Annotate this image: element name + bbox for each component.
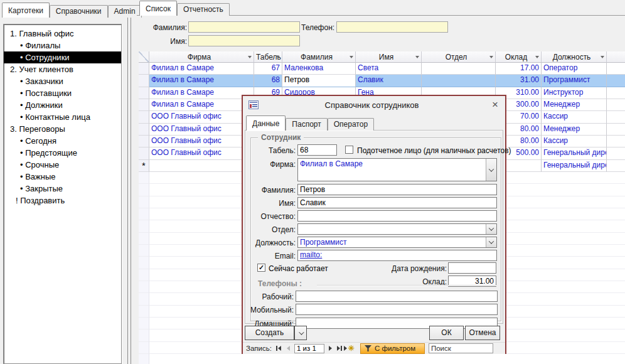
ok-button[interactable]: ОК — [429, 326, 464, 340]
column-header[interactable]: Табель — [254, 51, 282, 63]
table-cell[interactable]: Филиал в Самаре — [149, 75, 254, 87]
sidebar-item[interactable]: • Срочные — [4, 159, 121, 171]
position-combobox[interactable]: Программист — [297, 237, 497, 248]
table-cell[interactable]: ООО Главный офис — [149, 147, 254, 159]
sidebar-item[interactable]: 3. Переговоры — [4, 123, 121, 135]
row-selector[interactable] — [139, 124, 149, 136]
column-header[interactable]: Оклад — [496, 51, 542, 63]
filter-dropdown-icon[interactable] — [535, 56, 539, 58]
dlg-name-input[interactable] — [297, 197, 497, 208]
filter-toggle-button[interactable]: С фильтром — [360, 343, 425, 354]
column-header[interactable]: Фамилия — [282, 51, 356, 63]
table-cell[interactable]: Оператор — [542, 63, 607, 75]
table-cell[interactable]: Кассир — [542, 111, 607, 123]
table-cell[interactable]: ООО Главный офис — [149, 111, 254, 123]
table-cell[interactable]: Славик — [356, 75, 422, 87]
email-input[interactable]: mailto: — [297, 250, 497, 261]
filter-dropdown-icon[interactable] — [276, 56, 280, 58]
table-row[interactable]: Филиал в Самаре68ПетровСлавик31.00Програ… — [139, 75, 625, 87]
row-selector[interactable] — [139, 329, 149, 341]
tab-spisok[interactable]: Список — [139, 1, 177, 16]
table-cell[interactable]: Петров — [282, 75, 356, 87]
row-selector[interactable]: * — [139, 160, 149, 172]
select-all-corner[interactable] — [139, 51, 149, 63]
row-selector[interactable] — [139, 318, 149, 329]
column-header[interactable]: Отдел — [422, 51, 496, 63]
table-cell[interactable]: Менеджер — [542, 124, 607, 136]
splitter-handle[interactable] — [127, 18, 131, 364]
table-cell[interactable] — [422, 63, 496, 75]
table-cell[interactable]: 31.00 — [496, 75, 542, 87]
table-cell[interactable]: Генеральный директор — [542, 160, 607, 172]
table-cell[interactable] — [149, 160, 254, 172]
row-selector[interactable] — [139, 87, 149, 99]
sidebar-item[interactable]: 1. Главный офис — [4, 28, 121, 40]
table-cell[interactable]: 17.00 — [496, 63, 542, 75]
mobile-phone-input[interactable] — [296, 304, 498, 315]
sidebar-item[interactable]: ! Поздравить — [4, 195, 121, 206]
dialog-titlebar[interactable]: Справочник сотрудников × — [243, 96, 505, 114]
tab-admin[interactable]: Admin — [108, 5, 142, 18]
dialog-tab-pasport[interactable]: Паспорт — [286, 118, 327, 131]
sidebar-item[interactable]: 2. Учет клиентов — [4, 63, 121, 75]
sidebar-item[interactable]: • Филиалы — [4, 40, 121, 51]
table-cell[interactable]: Кассир — [542, 136, 607, 147]
row-selector[interactable] — [139, 245, 149, 257]
row-selector[interactable] — [139, 172, 149, 184]
dialog-tab-operator[interactable]: Оператор — [328, 118, 374, 131]
create-button[interactable]: Создать — [245, 326, 294, 340]
dialog-tab-dannye[interactable]: Данные — [246, 115, 286, 131]
name-filter-input[interactable] — [188, 35, 300, 46]
patronymic-input[interactable] — [297, 210, 497, 222]
tab-spravochniki[interactable]: Справочники — [50, 5, 108, 18]
sidebar-item[interactable]: • Контактные лица — [4, 111, 121, 123]
column-header[interactable]: Фирма — [149, 51, 254, 63]
table-row[interactable] — [139, 354, 625, 364]
works-now-checkbox[interactable] — [257, 264, 265, 272]
work-phone-input[interactable] — [296, 291, 498, 302]
sidebar-item[interactable]: • Важные — [4, 171, 121, 183]
row-selector[interactable] — [139, 136, 149, 147]
table-cell[interactable] — [422, 75, 496, 87]
filter-dropdown-icon[interactable] — [489, 56, 493, 58]
filter-dropdown-icon[interactable] — [601, 56, 604, 58]
first-record-button[interactable] — [274, 344, 284, 353]
table-row[interactable]: Филиал в Самаре67МаленковаСвета17.00Опер… — [139, 63, 625, 75]
sidebar-list[interactable]: 1. Главный офис• Филиалы• Сотрудники2. У… — [3, 24, 122, 364]
mailto-link[interactable]: mailto: — [300, 250, 322, 259]
sidebar-item[interactable]: • Сотрудники — [4, 51, 121, 63]
row-selector[interactable] — [139, 208, 149, 220]
row-selector[interactable] — [139, 281, 149, 293]
table-cell[interactable]: Филиал в Самаре — [149, 63, 254, 75]
row-selector[interactable] — [139, 111, 149, 123]
row-selector[interactable] — [139, 184, 149, 196]
table-cell[interactable]: Маленкова — [282, 63, 356, 75]
row-selector[interactable] — [139, 63, 149, 75]
sidebar-item[interactable]: • Должники — [4, 99, 121, 111]
surname-filter-input[interactable] — [188, 21, 300, 33]
create-dropdown-button[interactable] — [294, 326, 307, 340]
table-cell[interactable]: Филиал в Самаре — [149, 99, 254, 111]
phone-filter-input[interactable] — [336, 21, 448, 33]
new-record-button[interactable]: ✳ — [345, 344, 354, 353]
cancel-button[interactable]: Отмена — [465, 326, 500, 340]
table-cell[interactable]: Генеральный директор — [542, 147, 607, 159]
dlg-surname-input[interactable] — [297, 184, 497, 195]
column-header[interactable]: Должность — [542, 51, 607, 63]
close-icon[interactable]: × — [485, 97, 505, 113]
row-selector[interactable] — [139, 269, 149, 281]
birth-date-input[interactable] — [448, 262, 496, 274]
row-selector[interactable] — [139, 306, 149, 318]
table-cell[interactable]: Программист — [542, 75, 607, 87]
next-record-button[interactable] — [326, 344, 335, 353]
row-selector[interactable] — [139, 147, 149, 159]
row-selector[interactable] — [139, 354, 149, 364]
table-cell[interactable]: ООО Главный офис — [149, 124, 254, 136]
accountable-checkbox[interactable] — [345, 146, 353, 154]
record-search-input[interactable] — [429, 343, 493, 353]
sidebar-item[interactable]: • Предстоящие — [4, 147, 121, 159]
row-selector[interactable] — [139, 220, 149, 232]
row-selector[interactable] — [139, 75, 149, 87]
row-selector[interactable] — [139, 233, 149, 245]
column-header[interactable]: Имя — [356, 51, 422, 63]
